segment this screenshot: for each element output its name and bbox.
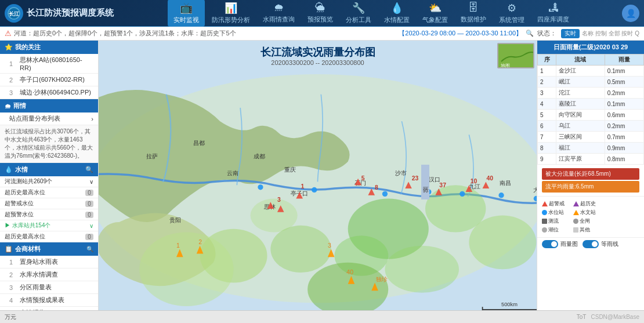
- row-name: 江宾平原: [556, 154, 605, 165]
- rain-distribution-link[interactable]: 站点雨量分布列表 ›: [0, 112, 98, 125]
- material-item-3[interactable]: 3 分区雨量表: [0, 281, 98, 294]
- alert-text: 河道：超历史0个，超保障0个，超预警1个，涉及河流1条；水库：超历史下5个: [14, 29, 392, 38]
- nav-analysis[interactable]: 🔧 分析工具: [340, 0, 377, 27]
- nav-forecast-label: 预报预览: [307, 15, 333, 24]
- bottom-bar: 万元 ToT CSDN@MarkBase: [0, 310, 644, 323]
- search-button[interactable]: 🔍: [524, 28, 535, 39]
- main-map-svg[interactable]: 拉萨 昌都 云南 贵阳 思林 亭子口 石门 沙市 汉口 九江 南昌 大通 重庆 …: [99, 41, 537, 323]
- svg-point-10: [385, 246, 459, 293]
- svg-text:独珍: 独珍: [376, 276, 388, 282]
- nav-sichuan[interactable]: 🏞 四座库调度: [531, 0, 575, 27]
- rain-table-header: 日面雨量(二级)2020 03 29: [537, 41, 644, 54]
- status-label: 状态：: [537, 29, 556, 38]
- water-header[interactable]: 💧 水情 🔍: [0, 163, 98, 176]
- max-rain-label: 被大分流量(长距68.5mm): [542, 168, 639, 180]
- svg-text:拉萨: 拉萨: [146, 153, 158, 159]
- row-num: 6: [538, 121, 556, 132]
- material-num-2: 2: [9, 271, 17, 278]
- material-search-icon[interactable]: 🔍: [86, 246, 93, 252]
- user-avatar[interactable]: 👤: [622, 5, 639, 22]
- row-num: 3: [538, 88, 556, 99]
- svg-text:500km: 500km: [501, 302, 518, 307]
- water-icon: 💧: [5, 166, 13, 173]
- history-triangle-icon: [573, 201, 579, 206]
- water-rain-icon: 🌧: [274, 2, 284, 14]
- map-area[interactable]: 长江流域实况雨量分布图 202003300200 -- 202003300800…: [99, 41, 537, 323]
- material-item-1[interactable]: 1 置身站水雨表: [0, 256, 98, 268]
- attention-item-1[interactable]: 1 思林水A站(60801650-RR): [0, 54, 98, 74]
- nav-data-manage[interactable]: 🗄 数据维护: [455, 0, 492, 27]
- water-search-icon[interactable]: 🔍: [85, 166, 93, 173]
- svg-text:昌都: 昌都: [193, 140, 205, 146]
- legend-section: 超警戒 超历史 水位站 水文站: [537, 196, 644, 237]
- reservoir-expand[interactable]: ▶ 水库站共154个 ∨: [0, 220, 98, 231]
- nav-forecast[interactable]: 🌦 预报预览: [302, 0, 339, 27]
- nav-realtime-label: 实时监视: [173, 16, 199, 24]
- row-name: 向守区间: [556, 110, 605, 121]
- row-name: 金沙江: [556, 66, 605, 77]
- nav-data-manage-label: 数据维护: [461, 15, 486, 24]
- material-item-4[interactable]: 4 水情预报成果表: [0, 294, 98, 307]
- nav-weather[interactable]: ⛅ 气象配置: [417, 0, 454, 27]
- material-label: 会商材料: [15, 245, 41, 253]
- rain-toggle-switch[interactable]: [542, 240, 558, 248]
- rain-summary: 被大分流量(长距68.5mm) 流平均雨量:6.5mm: [537, 165, 644, 196]
- svg-point-44: [498, 193, 504, 198]
- material-item-2[interactable]: 2 水库水情调查: [0, 268, 98, 281]
- rain-table-row: 8福江0.9mm: [538, 143, 644, 154]
- row-num: 2: [538, 77, 556, 88]
- nav-flood-analysis[interactable]: 📊 防汛形势分析: [206, 0, 256, 27]
- material-header[interactable]: 📋 会商材料 🔍: [0, 242, 98, 256]
- water-section: 💧 水情 🔍 河流测站共2609个 ∨ 超历史最高水位 0 超警戒水位 0 超预…: [0, 163, 98, 242]
- row-num: 5: [538, 110, 556, 121]
- legend-row-4: 潮位 其他: [542, 226, 639, 234]
- weather-icon: ⛅: [429, 2, 442, 14]
- reservoir-sub-item[interactable]: 超历史最高水位 0: [0, 231, 98, 242]
- map-expand-tab[interactable]: 分区: [421, 165, 429, 199]
- nav-water-regime[interactable]: 💧 水情配置: [378, 0, 415, 27]
- rain-toggle-label: 雨量图: [560, 240, 578, 248]
- nav-system-manage-label: 系统管理: [499, 16, 524, 24]
- svg-text:长江: 长江: [9, 11, 20, 17]
- rain-arrow-icon: ›: [91, 115, 93, 122]
- svg-text:成都: 成都: [254, 153, 265, 159]
- water-level-circle-icon: [542, 210, 547, 215]
- legend-row-1: 超警戒 超历史: [542, 200, 639, 208]
- data-manage-icon: 🗄: [468, 2, 479, 14]
- row-num: 7: [538, 132, 556, 143]
- attention-item-3[interactable]: 3 城边·沙林(606494C0.PP): [0, 86, 98, 99]
- attention-text-3: 城边·沙林(606494C0.PP): [20, 88, 91, 97]
- svg-point-14: [139, 232, 233, 306]
- svg-text:地图: 地图: [500, 63, 510, 68]
- water-count-1: 0: [85, 190, 93, 196]
- row-name: 岷江: [556, 77, 605, 88]
- water-sub-item-1[interactable]: 超历史最高水位 0: [0, 187, 98, 198]
- avg-rain-label: 流平均雨量:6.5mm: [542, 181, 639, 193]
- analysis-icon: 🔧: [352, 2, 365, 14]
- forecast-icon: 🌦: [315, 2, 325, 14]
- attention-text-1: 思林水A站(60801650-RR): [20, 56, 93, 71]
- nav-water-rain[interactable]: 🌧 水雨情查询: [257, 0, 301, 27]
- left-sidebar: ⭐ 我的关注 1 思林水A站(60801650-RR) 2 亭子口(607KH0…: [0, 41, 99, 323]
- rain-description: 长江流域报示占比共30706个，其中水文站共4639个，水量1463个，水情区域…: [5, 128, 93, 159]
- material-num-3: 3: [9, 284, 17, 291]
- attention-item-2[interactable]: 2 亭子口(607KH002-RR): [0, 74, 98, 86]
- water-sub-item-2[interactable]: 超警戒水位 0: [0, 198, 98, 209]
- main-nav: 📺 实时监视 📊 防汛形势分析 🌧 水雨情查询 🌦 预报预览 🔧 分析工具 💧 …: [121, 0, 622, 27]
- logo-icon: 长江: [5, 4, 23, 23]
- material-num-1: 1: [9, 259, 17, 266]
- star-icon: ⭐: [5, 43, 13, 51]
- water-total-expand[interactable]: 河流测站共2609个 ∨: [0, 176, 98, 187]
- map-thumbnail[interactable]: 地图: [497, 43, 534, 68]
- nav-realtime[interactable]: 📺 实时监视: [168, 0, 205, 27]
- svg-text:大通: 大通: [533, 187, 537, 193]
- rain-header[interactable]: 🌧 雨情: [0, 99, 98, 112]
- svg-text:40: 40: [346, 270, 353, 276]
- water-sub-item-3[interactable]: 超预警水位 0: [0, 209, 98, 220]
- expand-arrow-icon: ∨: [89, 179, 93, 185]
- my-attention-header[interactable]: ⭐ 我的关注: [0, 41, 98, 54]
- svg-text:汉口: 汉口: [429, 177, 440, 183]
- contour-toggle-switch[interactable]: [583, 240, 599, 248]
- nav-system-manage[interactable]: ⚙ 系统管理: [493, 0, 530, 27]
- legend-other-label: 其他: [580, 226, 590, 234]
